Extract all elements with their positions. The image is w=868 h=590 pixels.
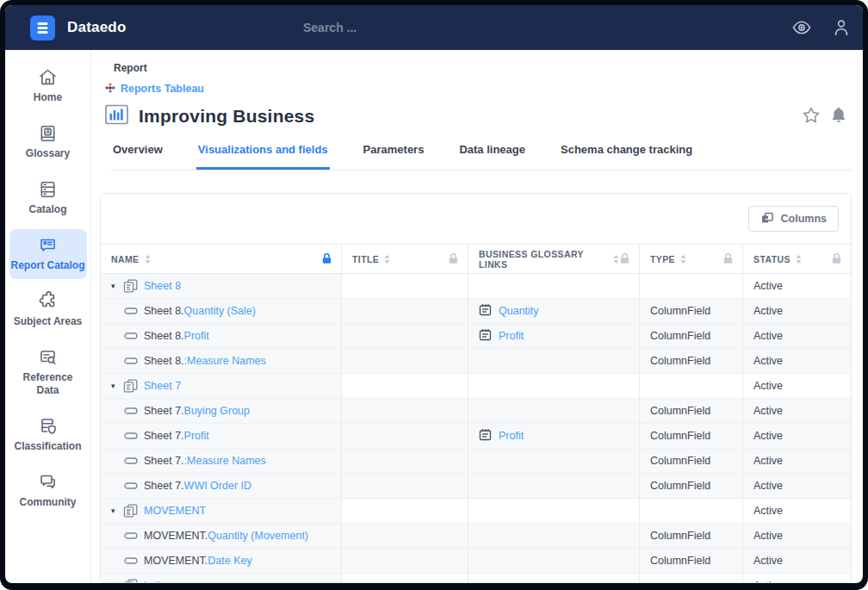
glossary-term-link[interactable]: Quantity — [499, 305, 539, 317]
type-cell: ColumnField — [640, 349, 743, 374]
puzzle-icon — [37, 291, 59, 312]
lock-icon[interactable] — [321, 252, 332, 266]
breadcrumb-link[interactable]: Reports Tableau — [121, 83, 204, 95]
column-header-name[interactable]: NAME — [101, 244, 342, 274]
caret-down-icon[interactable]: ▾ — [111, 282, 123, 290]
sheet-link[interactable]: Sheet 8 — [144, 280, 181, 292]
sidebar-item-label: Reference Data — [11, 371, 85, 397]
glossary-links-cell — [468, 524, 640, 549]
status-cell: Active — [743, 549, 851, 574]
column-header-business-glossary-links[interactable]: BUSINESS GLOSSARY LINKS — [468, 244, 640, 274]
breadcrumb[interactable]: Reports Tableau — [105, 81, 863, 96]
sort-icon[interactable] — [613, 255, 619, 264]
glossary-links-cell — [468, 474, 640, 499]
type-cell: ColumnField — [640, 424, 743, 449]
glossary-book-icon: A — [38, 123, 58, 144]
caret-right-icon[interactable]: ▸ — [111, 581, 123, 583]
column-header-status[interactable]: STATUS — [743, 244, 851, 274]
sidebar-item-label: Subject Areas — [14, 315, 83, 328]
glossary-links-cell: Profit — [468, 424, 640, 449]
glossary-links-cell: Quantity — [468, 299, 640, 324]
name-cell: Sheet 7.:Measure Names — [101, 449, 342, 474]
sheets-icon — [123, 579, 138, 583]
field-link[interactable]: Profit — [184, 430, 209, 442]
type-cell: ColumnField — [640, 524, 743, 549]
name-cell: ▾MOVEMENT — [101, 499, 342, 524]
caret-down-icon[interactable]: ▾ — [111, 506, 123, 515]
sidebar-item-label: Classification — [14, 440, 81, 453]
tab-overview[interactable]: Overview — [111, 143, 164, 170]
sheet-link[interactable]: kpibo — [144, 580, 170, 583]
glossary-term-link[interactable]: Profit — [499, 330, 524, 342]
chat-bubbles-icon — [37, 472, 59, 493]
title-cell — [342, 474, 468, 499]
tab-parameters[interactable]: Parameters — [362, 143, 426, 170]
field-link[interactable]: Quantity (Movement) — [208, 530, 308, 542]
type-cell: ColumnField — [640, 324, 743, 349]
field-link[interactable]: :Measure Names — [184, 455, 266, 467]
sort-icon[interactable] — [796, 255, 802, 264]
sidebar-item-glossary[interactable]: AGlossary — [9, 117, 87, 167]
status-cell: Active — [743, 499, 851, 524]
sidebar-item-reference-data[interactable]: Reference Data — [9, 341, 87, 404]
sheet-link[interactable]: MOVEMENT — [144, 505, 206, 517]
type-cell: ColumnField — [640, 474, 743, 499]
eye-icon[interactable] — [792, 21, 811, 34]
type-cell: ColumnField — [640, 299, 743, 324]
field-pill-icon — [124, 480, 138, 492]
sidebar-item-home[interactable]: Home — [9, 61, 87, 111]
field-link[interactable]: Quantity (Sale) — [184, 305, 256, 317]
lock-icon[interactable] — [619, 252, 630, 266]
sheet-link[interactable]: Sheet 7 — [144, 380, 181, 392]
name-cell: Sheet 7.Buying Group — [101, 399, 342, 424]
lock-icon[interactable] — [722, 252, 734, 266]
field-link[interactable]: Date Key — [208, 555, 251, 567]
sidebar-item-community[interactable]: Community — [9, 466, 87, 516]
glossary-term-icon — [479, 328, 492, 344]
search-input[interactable]: Search ... — [303, 21, 356, 34]
table-columns-icon — [760, 211, 774, 227]
tab-schema-change-tracking[interactable]: Schema change tracking — [559, 143, 694, 170]
svg-text:A: A — [46, 128, 50, 134]
column-header-type[interactable]: TYPE — [640, 244, 743, 274]
status-cell: Active — [743, 324, 851, 349]
sidebar-item-classification[interactable]: Classification — [9, 410, 87, 460]
caret-down-icon[interactable]: ▾ — [111, 382, 123, 390]
field-link[interactable]: Profit — [184, 330, 209, 342]
lock-icon[interactable] — [831, 252, 842, 266]
sidebar-item-label: Glossary — [26, 147, 70, 160]
sort-icon[interactable] — [384, 255, 390, 264]
title-cell — [342, 349, 468, 374]
bell-icon[interactable] — [832, 107, 846, 127]
tab-data-lineage[interactable]: Data lineage — [457, 143, 527, 170]
field-link[interactable]: Buying Group — [184, 405, 250, 417]
title-cell — [342, 324, 468, 349]
status-cell: Active — [743, 349, 851, 374]
lock-icon[interactable] — [448, 252, 459, 266]
tab-visualizations-and-fields[interactable]: Visualizations and fields — [196, 143, 330, 170]
field-prefix: Sheet 8. — [144, 330, 184, 342]
column-header-label: TITLE — [352, 254, 379, 264]
field-link[interactable]: :Measure Names — [184, 355, 266, 367]
sidebar-item-catalog[interactable]: Catalog — [9, 173, 87, 223]
star-icon[interactable] — [803, 107, 820, 127]
user-icon[interactable] — [834, 19, 849, 36]
dataedo-logo-icon[interactable] — [30, 16, 55, 40]
columns-button[interactable]: Columns — [748, 206, 839, 232]
sidebar-item-label: Community — [20, 496, 77, 509]
glossary-links-cell — [468, 374, 640, 399]
field-link[interactable]: WWI Order ID — [184, 480, 251, 492]
glossary-term-link[interactable]: Profit — [499, 430, 524, 442]
page-title: Improving Business — [139, 106, 314, 127]
type-cell — [640, 374, 743, 399]
sort-icon[interactable] — [145, 255, 151, 264]
column-header-title[interactable]: TITLE — [342, 244, 468, 274]
glossary-links-cell — [468, 399, 640, 424]
title-cell — [342, 374, 468, 399]
sidebar-item-report-catalog[interactable]: Report Catalog — [9, 229, 87, 279]
sidebar-item-subject-areas[interactable]: Subject Areas — [9, 285, 87, 335]
name-cell: ▾Sheet 8 — [101, 274, 342, 299]
sort-icon[interactable] — [680, 255, 686, 264]
field-pill-icon — [124, 305, 138, 317]
status-cell: Active — [743, 299, 851, 324]
